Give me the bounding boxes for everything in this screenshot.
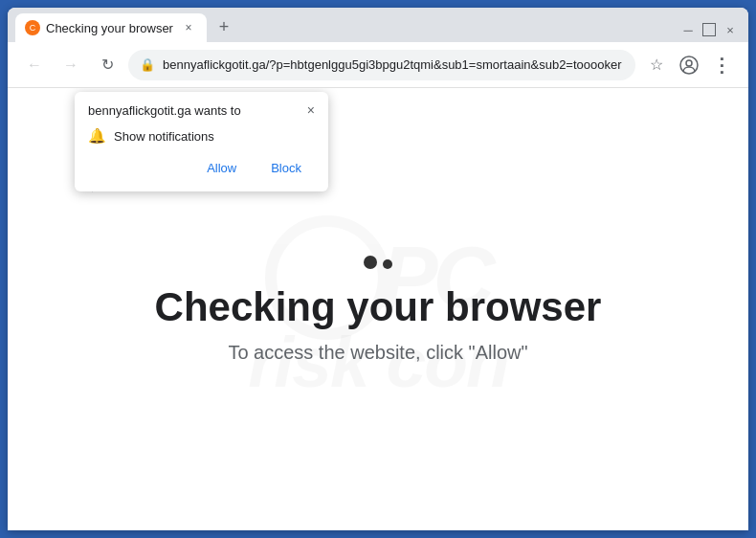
dot-2 [383,259,392,269]
bell-icon: 🔔 [88,127,106,145]
browser-window: C Checking your browser × + ─ × ← → ↻ 🔒 … [8,8,748,530]
popup-close-button[interactable]: × [307,103,315,117]
minimize-button[interactable]: ─ [681,23,695,36]
dot-1 [364,256,377,269]
forward-button[interactable]: → [56,50,86,80]
main-subtitle: To access the website, click "Allow" [228,342,527,364]
popup-actions: Allow Block [88,156,315,180]
reload-button[interactable]: ↻ [92,50,122,80]
main-title: Checking your browser [155,284,602,330]
popup-header: bennyaflickgotit.ga wants to × [88,103,315,118]
close-window-button[interactable]: × [723,23,737,36]
account-button[interactable] [674,50,704,80]
new-tab-button[interactable]: + [211,13,237,40]
tab-bar: C Checking your browser × + ─ × [8,8,748,42]
tab-favicon: C [25,20,40,35]
svg-point-1 [686,60,692,66]
tab-close-button[interactable]: × [180,19,197,36]
notification-popup: bennyaflickgotit.ga wants to × 🔔 Show no… [75,92,328,191]
bookmark-button[interactable]: ☆ [641,50,672,80]
popup-title: bennyaflickgotit.ga wants to [88,103,241,118]
toolbar: ← → ↻ 🔒 bennyaflickgotit.ga/?p=hbtgenlgg… [8,42,748,88]
address-text: bennyaflickgotit.ga/?p=hbtgenlggu5gi3bpg… [163,57,624,72]
dots-container [364,256,392,269]
tab-title: Checking your browser [46,21,173,35]
allow-button[interactable]: Allow [193,156,250,180]
block-button[interactable]: Block [257,156,315,180]
toolbar-right: ☆ ⋮ [641,50,737,80]
active-tab[interactable]: C Checking your browser × [15,13,207,42]
menu-button[interactable]: ⋮ [706,50,737,80]
maximize-button[interactable] [702,23,716,36]
back-button[interactable]: ← [19,50,50,80]
address-bar[interactable]: 🔒 bennyaflickgotit.ga/?p=hbtgenlggu5gi3b… [128,50,635,80]
permission-label: Show notifications [114,129,214,144]
lock-icon: 🔒 [140,57,155,72]
popup-permission-row: 🔔 Show notifications [88,127,315,145]
page-content: PC risk con bennyaflickgotit.ga wants to… [8,88,748,530]
